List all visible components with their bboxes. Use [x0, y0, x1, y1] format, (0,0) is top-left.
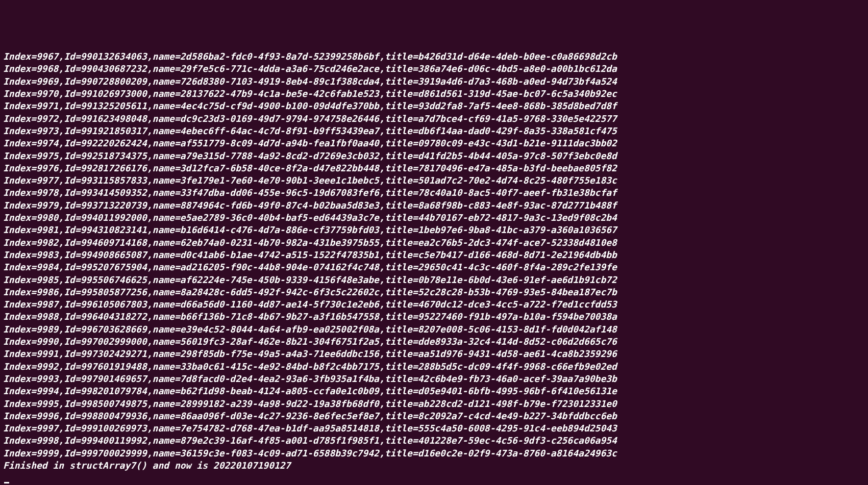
output-line: Index=9997,Id=999100269973,name=7e754782… — [3, 422, 865, 435]
output-line: Index=9989,Id=996703628669,name=e39e4c52… — [3, 323, 865, 336]
output-line: Index=9980,Id=994011992000,name=e5ae2789… — [3, 212, 865, 224]
output-line: Index=9977,Id=993115857833,name=3fe179e1… — [3, 174, 865, 187]
output-line: Index=9995,Id=998500749875,name=28999182… — [3, 398, 865, 410]
output-line: Index=9969,Id=990728800209,name=726d8380… — [3, 75, 865, 88]
output-line: Index=9999,Id=999700029999,name=36159c3e… — [3, 447, 865, 460]
output-footer-line: Finished in structArray7() and now is 20… — [3, 460, 865, 472]
output-line: Index=9998,Id=999400119992,name=879e2c39… — [3, 435, 865, 447]
output-line: Index=9974,Id=992220262424,name=af551779… — [3, 137, 865, 149]
output-line: Index=9984,Id=995207675904,name=ad216205… — [3, 261, 865, 273]
output-line: Index=9994,Id=998201079784,name=b62f1d98… — [3, 385, 865, 397]
cursor-line — [3, 472, 865, 484]
output-line: Index=9967,Id=990132634063,name=2d586ba2… — [3, 50, 865, 63]
output-line: Index=9983,Id=994908665087,name=d0c41ab6… — [3, 249, 865, 261]
output-line: Index=9985,Id=995506746625,name=af62224e… — [3, 274, 865, 286]
output-line: Index=9975,Id=992518734375,name=a79e315d… — [3, 150, 865, 162]
output-line: Index=9996,Id=998800479936,name=86aa096f… — [3, 410, 865, 422]
output-line: Index=9979,Id=993713220739,name=8874964c… — [3, 199, 865, 212]
terminal-output[interactable]: Index=9967,Id=990132634063,name=2d586ba2… — [3, 50, 865, 485]
output-line: Index=9970,Id=991026973000,name=28137622… — [3, 88, 865, 100]
output-line: Index=9982,Id=994609714168,name=62eb74a0… — [3, 237, 865, 249]
output-line: Index=9988,Id=996404318272,name=b66f136b… — [3, 311, 865, 323]
output-line: Index=9987,Id=996105067803,name=d66a56d0… — [3, 298, 865, 311]
output-line: Index=9971,Id=991325205611,name=4ec4c75d… — [3, 100, 865, 112]
output-line: Index=9992,Id=997601919488,name=33ba0c61… — [3, 361, 865, 373]
cursor — [4, 482, 9, 483]
output-line: Index=9972,Id=991623498048,name=dc9c23d3… — [3, 113, 865, 125]
output-line: Index=9991,Id=997302429271,name=298f85db… — [3, 348, 865, 360]
output-line: Index=9968,Id=990430687232,name=29f7e5c6… — [3, 63, 865, 75]
output-line: Index=9986,Id=995805877256,name=8a28428c… — [3, 286, 865, 298]
output-line: Index=9981,Id=994310823141,name=b16d6414… — [3, 224, 865, 236]
output-line: Index=9976,Id=992817266176,name=3d12fca7… — [3, 162, 865, 174]
output-line: Index=9978,Id=993414509352,name=33f47dba… — [3, 187, 865, 199]
output-line: Index=9990,Id=997002999000,name=56019fc3… — [3, 336, 865, 348]
output-line: Index=9973,Id=991921850317,name=4ebec6ff… — [3, 125, 865, 137]
output-line: Index=9993,Id=997901469657,name=7d8facd0… — [3, 373, 865, 385]
